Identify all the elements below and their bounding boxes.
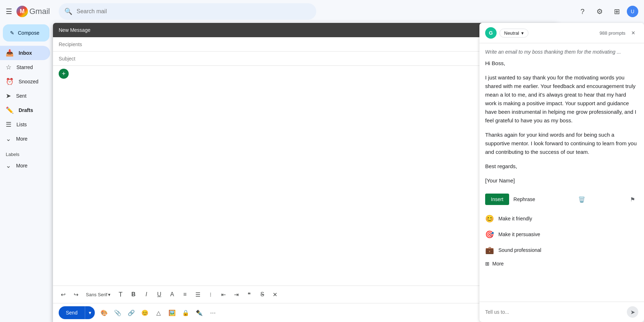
subject-placeholder: Subject xyxy=(59,56,75,62)
text-color-button[interactable]: A xyxy=(166,289,178,300)
emoji-button[interactable]: 😊 xyxy=(138,306,151,319)
grammarly-more-button[interactable]: ⊞ More xyxy=(485,258,638,269)
compose-button[interactable]: ✎ Compose xyxy=(3,24,49,42)
link-button[interactable]: 🔗 xyxy=(125,306,138,319)
content-area: New Message − ⤢ × Recipients Subject + ↩… xyxy=(53,23,644,322)
grammarly-logo: G xyxy=(485,27,497,39)
drafts-icon: ✏️ xyxy=(6,106,14,114)
grammarly-actions: Insert Rephrase 🗑️ ⚑ xyxy=(485,191,638,208)
signature-button[interactable]: ✒️ xyxy=(193,306,206,319)
labels-heading: Labels xyxy=(0,146,53,158)
rephrase-button[interactable]: Rephrase xyxy=(512,194,537,205)
email-greeting: Hi Boss, xyxy=(485,59,638,68)
hamburger-icon[interactable]: ☰ xyxy=(6,7,12,16)
email-closing: Best regards, xyxy=(485,162,638,171)
search-bar[interactable]: 🔍 xyxy=(59,3,316,20)
sidebar-item-label-more2: More xyxy=(16,163,28,169)
drive-button[interactable]: △ xyxy=(152,306,165,319)
font-selector[interactable]: Sans Serif ▾ xyxy=(83,291,113,299)
redo-button[interactable]: ↪ xyxy=(70,289,82,300)
gmail-text: Gmail xyxy=(29,7,50,16)
grammarly-send-button[interactable]: ➤ xyxy=(627,306,638,318)
suggestion-persuasive[interactable]: 🎯 Make it persuasive xyxy=(485,226,638,242)
gmail-logo: M Gmail xyxy=(16,6,50,17)
grammarly-prompt-text: Write an email to my boss thanking them … xyxy=(485,49,638,55)
grammarly-tone-selector[interactable]: Neutral ▾ xyxy=(499,29,528,38)
grammarly-prompts-count: 988 prompts xyxy=(600,30,625,36)
persuasive-label: Make it persuasive xyxy=(498,231,540,237)
quote-button[interactable]: ❝ xyxy=(244,289,255,300)
grammarly-flag-button[interactable]: ⚑ xyxy=(627,194,638,205)
grammarly-input-area: ➤ xyxy=(479,302,644,322)
friendly-emoji: 😊 xyxy=(485,214,494,223)
settings-button[interactable]: ⚙ xyxy=(592,4,607,19)
sidebar-item-drafts[interactable]: ✏️ Drafts xyxy=(0,103,50,117)
tone-label: Neutral xyxy=(504,30,519,36)
email-paragraph2: Thanks again for your kind words and for… xyxy=(485,131,638,156)
grammarly-tell-us-input[interactable] xyxy=(485,309,624,315)
grammarly-email-text: Hi Boss, I just wanted to say thank you … xyxy=(485,59,638,185)
grammarly-delete-button[interactable]: 🗑️ xyxy=(576,194,587,205)
search-input[interactable] xyxy=(77,8,311,15)
remove-format-button[interactable]: ✕ xyxy=(269,289,281,300)
insert-button[interactable]: Insert xyxy=(485,194,509,205)
undo-button[interactable]: ↩ xyxy=(57,289,69,300)
sidebar-item-label-lists: Lists xyxy=(16,122,27,127)
sidebar-item-snoozed[interactable]: ⏰ Snoozed xyxy=(0,74,50,89)
bottom-actions: 🎨 📎 🔗 😊 △ 🖼️ 🔒 ✒️ ⋯ xyxy=(98,306,219,319)
align-button[interactable]: ≡ xyxy=(179,289,191,300)
grammarly-logo-letter: G xyxy=(489,30,493,36)
snoozed-icon: ⏰ xyxy=(6,78,14,86)
font-size-button[interactable]: T xyxy=(115,289,126,300)
sidebar-item-inbox[interactable]: 📥 Inbox xyxy=(0,46,50,60)
format-button[interactable]: 🎨 xyxy=(98,306,111,319)
starred-icon: ☆ xyxy=(6,63,11,71)
sidebar-header[interactable]: ☰ M Gmail xyxy=(0,3,53,20)
app-grid-button[interactable]: ⊞ xyxy=(610,4,624,19)
numbered-list-button[interactable]: ☰ xyxy=(192,289,204,300)
attach-button[interactable]: 📎 xyxy=(111,306,124,319)
help-button[interactable]: ? xyxy=(575,4,590,19)
email-signature: [Your Name] xyxy=(485,176,638,185)
avatar[interactable]: U xyxy=(627,6,638,17)
sidebar-item-more1[interactable]: ⌄ More xyxy=(0,132,50,146)
professional-emoji: 💼 xyxy=(485,246,494,254)
tone-dropdown-icon: ▾ xyxy=(521,30,524,36)
sidebar-item-label-sent: Sent xyxy=(16,93,26,99)
suggestion-friendly[interactable]: 😊 Make it friendly xyxy=(485,211,638,226)
lock-button[interactable]: 🔒 xyxy=(179,306,192,319)
sidebar-item-sent[interactable]: ➤ Sent xyxy=(0,89,50,103)
more-grid-icon: ⊞ xyxy=(485,261,489,267)
search-icon: 🔍 xyxy=(64,8,72,15)
suggestion-sound-professional[interactable]: 💼 Sound professional xyxy=(485,242,638,258)
main-area: 🔍 ? ⚙ ⊞ U New Message − ⤢ × Recipients xyxy=(53,0,644,322)
compose-add-button[interactable]: + xyxy=(59,69,69,79)
more-options-button[interactable]: ⋯ xyxy=(206,306,219,319)
sidebar-item-label-inbox: Inbox xyxy=(19,50,32,56)
topbar-right: ? ⚙ ⊞ U xyxy=(575,4,638,19)
send-button[interactable]: Send ▾ xyxy=(59,306,95,319)
strikethrough-button[interactable]: S xyxy=(257,289,268,300)
grammarly-panel: G Neutral ▾ 988 prompts × Write an email… xyxy=(479,23,644,322)
grammarly-close-button[interactable]: × xyxy=(628,28,638,38)
sidebar-item-more2[interactable]: ⌄ More xyxy=(0,158,50,173)
persuasive-emoji: 🎯 xyxy=(485,230,494,239)
sent-icon: ➤ xyxy=(6,92,11,100)
bullet-list-button[interactable]: ⁝ xyxy=(205,289,216,300)
photo-button[interactable]: 🖼️ xyxy=(166,306,179,319)
underline-button[interactable]: U xyxy=(153,289,165,300)
send-label: Send xyxy=(59,306,85,319)
sidebar-item-label-starred: Starred xyxy=(16,64,33,70)
grammarly-content: Write an email to my boss thanking them … xyxy=(479,43,644,302)
sidebar-item-label-drafts: Drafts xyxy=(19,107,33,113)
italic-button[interactable]: I xyxy=(141,289,152,300)
sidebar-item-starred[interactable]: ☆ Starred xyxy=(0,60,50,74)
sidebar-item-lists[interactable]: ☰ Lists xyxy=(0,117,50,132)
sidebar-item-label-more1: More xyxy=(16,136,28,142)
indent-more-button[interactable]: ⇥ xyxy=(231,289,242,300)
indent-less-button[interactable]: ⇤ xyxy=(218,289,229,300)
sidebar: ☰ M Gmail ✎ Compose 📥 Inbox ☆ Starred ⏰ … xyxy=(0,0,53,322)
grammarly-header: G Neutral ▾ 988 prompts × xyxy=(479,23,644,43)
topbar: 🔍 ? ⚙ ⊞ U xyxy=(53,0,644,23)
bold-button[interactable]: B xyxy=(128,289,139,300)
